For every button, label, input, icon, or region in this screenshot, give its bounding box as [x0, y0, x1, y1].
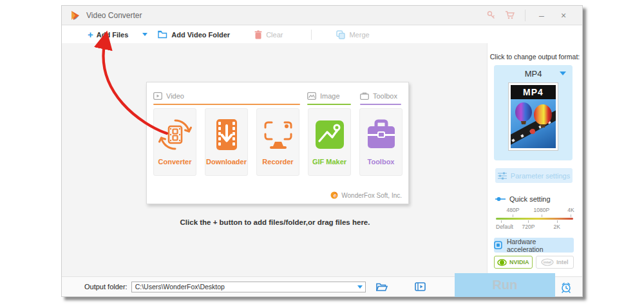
output-format-header: Click to change output format:: [488, 53, 582, 61]
intel-logo-text: intel: [544, 260, 552, 264]
close-button[interactable]: ×: [553, 8, 574, 23]
intel-label: Intel: [556, 259, 569, 265]
quick-setting-label: Quick setting: [509, 195, 551, 203]
launcher-dialog: Video Image Toolbox: [146, 82, 409, 204]
quick-setting-row: Quick setting: [495, 195, 551, 203]
video-file-icon: [415, 282, 426, 291]
downloader-label: Downloader: [206, 158, 247, 166]
converter-label: Converter: [158, 158, 192, 166]
toolbox-tab-icon: [360, 92, 369, 100]
chip-icon: [494, 241, 502, 249]
slider-label-default: Default: [496, 224, 513, 230]
schedule-clock-icon[interactable]: [560, 282, 572, 296]
footer-bar: Output folder: C:\Users\WonderFox\Deskto…: [62, 276, 582, 296]
app-card-converter[interactable]: Converter: [153, 108, 196, 176]
add-files-dropdown-caret-icon[interactable]: [142, 33, 147, 36]
slider-label-720p: 720P: [522, 224, 535, 230]
trash-icon: [254, 30, 262, 39]
main-area: Video Image Toolbox: [62, 43, 488, 276]
intel-icon: intel: [541, 258, 554, 266]
app-window: Video Converter – × + Add Files Add Vide…: [61, 5, 583, 297]
parameter-settings-button[interactable]: Parameter settings: [495, 168, 573, 183]
gif-maker-icon: [312, 117, 347, 153]
register-key-icon[interactable]: [481, 9, 500, 22]
slider-tick: [542, 215, 542, 217]
window-title: Video Converter: [86, 11, 142, 20]
format-name: MP4: [525, 69, 542, 79]
converter-icon: [158, 117, 193, 153]
tab-image-underline: [307, 104, 351, 105]
browse-folder-button[interactable]: [376, 282, 388, 291]
format-thumb-art: [511, 99, 556, 148]
toolbar-separator: [311, 30, 312, 40]
nvidia-label: NVIDIA: [509, 259, 529, 265]
slider-label-480p: 480P: [506, 207, 519, 213]
toolbox-card-icon: [364, 117, 399, 153]
intel-button[interactable]: intel Intel: [536, 256, 574, 269]
folder-icon: [158, 30, 167, 39]
tab-toolbox[interactable]: Toolbox: [360, 88, 401, 104]
gif-maker-label: GIF Maker: [312, 158, 346, 166]
format-caret-icon[interactable]: [560, 72, 566, 75]
recorder-label: Recorder: [262, 158, 293, 166]
quick-setting-icon: [495, 196, 506, 202]
image-tab-icon: [307, 92, 316, 100]
gpu-buttons-row: NVIDIA intel Intel: [494, 256, 574, 269]
tab-toolbox-underline: [360, 104, 401, 105]
tab-image-label: Image: [320, 92, 340, 100]
output-folder-label: Output folder:: [84, 283, 128, 291]
slider-label-4k: 4K: [567, 207, 574, 213]
tab-toolbox-label: Toolbox: [373, 92, 397, 100]
hardware-acceleration-button[interactable]: Hardware acceleration: [494, 238, 574, 253]
recorder-icon: [260, 117, 296, 153]
open-output-files-button[interactable]: [415, 282, 426, 291]
app-card-downloader[interactable]: Downloader: [205, 108, 248, 176]
slider-tick: [501, 220, 502, 223]
tab-video[interactable]: Video: [153, 88, 300, 104]
parameter-settings-label: Parameter settings: [511, 172, 570, 180]
format-thumbnail: MP4: [508, 82, 558, 151]
nvidia-icon: [497, 259, 507, 266]
nvidia-button[interactable]: NVIDIA: [494, 256, 533, 269]
app-logo-icon: [70, 10, 80, 21]
add-files-label: Add Files: [97, 31, 129, 39]
titlebar-separator: [525, 10, 526, 21]
app-card-recorder[interactable]: Recorder: [256, 108, 299, 176]
run-button[interactable]: Run: [455, 273, 555, 297]
title-bar: Video Converter – ×: [62, 6, 582, 25]
slider-tick: [528, 220, 529, 223]
slider-label-2k: 2K: [554, 224, 560, 230]
plus-icon: +: [88, 30, 93, 39]
output-path-value: C:\Users\WonderFox\Desktop: [135, 283, 225, 291]
quality-slider[interactable]: 480P 1080P 4K Default 720P 2K: [496, 207, 573, 230]
toolbox-card-label: Toolbox: [368, 158, 395, 166]
toolbar: + Add Files Add Video Folder Clear Merge: [62, 26, 582, 43]
store-cart-icon[interactable]: [500, 9, 520, 22]
clear-label: Clear: [266, 31, 283, 39]
brand-row: WonderFox Soft, Inc.: [330, 191, 402, 199]
downloader-icon: [209, 117, 244, 153]
minimize-button[interactable]: –: [531, 8, 553, 23]
app-card-gif-maker[interactable]: GIF Maker: [308, 108, 351, 176]
clear-button[interactable]: Clear: [254, 30, 283, 39]
output-path-combobox[interactable]: C:\Users\WonderFox\Desktop: [131, 282, 366, 292]
app-card-toolbox[interactable]: Toolbox: [359, 108, 402, 176]
hardware-acceleration-label: Hardware acceleration: [507, 238, 574, 253]
combo-caret-icon[interactable]: [357, 285, 363, 289]
merge-button[interactable]: Merge: [336, 30, 369, 39]
sliders-icon: [498, 172, 507, 180]
tab-video-underline: [153, 104, 300, 105]
slider-tick: [557, 220, 558, 223]
tab-image[interactable]: Image: [307, 88, 351, 104]
merge-icon: [336, 30, 345, 39]
wonderfox-icon: [330, 191, 338, 199]
slider-track[interactable]: [496, 218, 573, 220]
slider-label-1080p: 1080P: [534, 207, 550, 213]
open-folder-icon: [376, 282, 388, 291]
output-format-selector[interactable]: MP4 MP4: [494, 65, 573, 160]
drop-hint-text: Click the + button to add files/folder,o…: [62, 218, 488, 226]
add-files-button[interactable]: + Add Files: [88, 30, 128, 39]
output-panel: Click to change output format: MP4 MP4: [487, 43, 582, 276]
add-video-folder-button[interactable]: Add Video Folder: [158, 30, 230, 39]
brand-text: WonderFox Soft, Inc.: [341, 192, 402, 199]
